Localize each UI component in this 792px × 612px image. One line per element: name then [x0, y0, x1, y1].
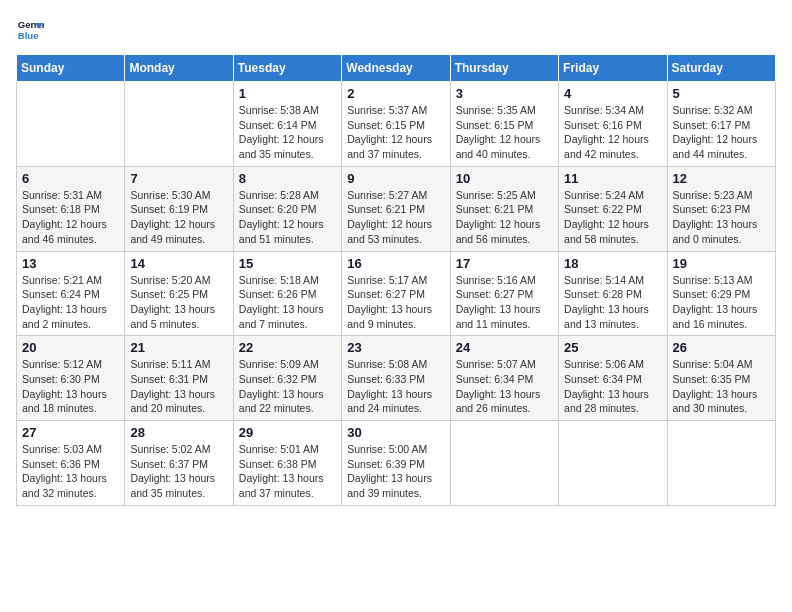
- day-info: Sunrise: 5:13 AM Sunset: 6:29 PM Dayligh…: [673, 273, 770, 332]
- calendar-cell: 11Sunrise: 5:24 AM Sunset: 6:22 PM Dayli…: [559, 166, 667, 251]
- day-number: 25: [564, 340, 661, 355]
- day-number: 8: [239, 171, 336, 186]
- calendar-cell: 20Sunrise: 5:12 AM Sunset: 6:30 PM Dayli…: [17, 336, 125, 421]
- day-number: 19: [673, 256, 770, 271]
- calendar-cell: 28Sunrise: 5:02 AM Sunset: 6:37 PM Dayli…: [125, 421, 233, 506]
- day-number: 10: [456, 171, 553, 186]
- calendar-week-1: 6Sunrise: 5:31 AM Sunset: 6:18 PM Daylig…: [17, 166, 776, 251]
- day-number: 26: [673, 340, 770, 355]
- calendar-cell: 6Sunrise: 5:31 AM Sunset: 6:18 PM Daylig…: [17, 166, 125, 251]
- calendar-cell: 26Sunrise: 5:04 AM Sunset: 6:35 PM Dayli…: [667, 336, 775, 421]
- day-info: Sunrise: 5:25 AM Sunset: 6:21 PM Dayligh…: [456, 188, 553, 247]
- day-number: 13: [22, 256, 119, 271]
- calendar-cell: [559, 421, 667, 506]
- day-number: 4: [564, 86, 661, 101]
- weekday-friday: Friday: [559, 55, 667, 82]
- calendar-cell: 18Sunrise: 5:14 AM Sunset: 6:28 PM Dayli…: [559, 251, 667, 336]
- calendar-cell: 23Sunrise: 5:08 AM Sunset: 6:33 PM Dayli…: [342, 336, 450, 421]
- day-info: Sunrise: 5:32 AM Sunset: 6:17 PM Dayligh…: [673, 103, 770, 162]
- calendar-cell: 22Sunrise: 5:09 AM Sunset: 6:32 PM Dayli…: [233, 336, 341, 421]
- day-number: 17: [456, 256, 553, 271]
- calendar-cell: 9Sunrise: 5:27 AM Sunset: 6:21 PM Daylig…: [342, 166, 450, 251]
- day-info: Sunrise: 5:09 AM Sunset: 6:32 PM Dayligh…: [239, 357, 336, 416]
- logo: General Blue: [16, 16, 48, 44]
- day-number: 14: [130, 256, 227, 271]
- calendar-body: 1Sunrise: 5:38 AM Sunset: 6:14 PM Daylig…: [17, 82, 776, 506]
- calendar-cell: 16Sunrise: 5:17 AM Sunset: 6:27 PM Dayli…: [342, 251, 450, 336]
- calendar-cell: [125, 82, 233, 167]
- day-info: Sunrise: 5:17 AM Sunset: 6:27 PM Dayligh…: [347, 273, 444, 332]
- calendar-cell: [667, 421, 775, 506]
- day-number: 27: [22, 425, 119, 440]
- day-info: Sunrise: 5:04 AM Sunset: 6:35 PM Dayligh…: [673, 357, 770, 416]
- day-info: Sunrise: 5:07 AM Sunset: 6:34 PM Dayligh…: [456, 357, 553, 416]
- day-info: Sunrise: 5:03 AM Sunset: 6:36 PM Dayligh…: [22, 442, 119, 501]
- day-number: 16: [347, 256, 444, 271]
- day-info: Sunrise: 5:02 AM Sunset: 6:37 PM Dayligh…: [130, 442, 227, 501]
- calendar-cell: 19Sunrise: 5:13 AM Sunset: 6:29 PM Dayli…: [667, 251, 775, 336]
- day-info: Sunrise: 5:30 AM Sunset: 6:19 PM Dayligh…: [130, 188, 227, 247]
- day-number: 18: [564, 256, 661, 271]
- day-number: 21: [130, 340, 227, 355]
- calendar-cell: 2Sunrise: 5:37 AM Sunset: 6:15 PM Daylig…: [342, 82, 450, 167]
- day-number: 20: [22, 340, 119, 355]
- day-info: Sunrise: 5:11 AM Sunset: 6:31 PM Dayligh…: [130, 357, 227, 416]
- day-info: Sunrise: 5:16 AM Sunset: 6:27 PM Dayligh…: [456, 273, 553, 332]
- calendar-week-4: 27Sunrise: 5:03 AM Sunset: 6:36 PM Dayli…: [17, 421, 776, 506]
- weekday-sunday: Sunday: [17, 55, 125, 82]
- calendar-cell: 14Sunrise: 5:20 AM Sunset: 6:25 PM Dayli…: [125, 251, 233, 336]
- day-info: Sunrise: 5:21 AM Sunset: 6:24 PM Dayligh…: [22, 273, 119, 332]
- day-number: 15: [239, 256, 336, 271]
- calendar-cell: 8Sunrise: 5:28 AM Sunset: 6:20 PM Daylig…: [233, 166, 341, 251]
- calendar-week-0: 1Sunrise: 5:38 AM Sunset: 6:14 PM Daylig…: [17, 82, 776, 167]
- day-number: 9: [347, 171, 444, 186]
- calendar-cell: 1Sunrise: 5:38 AM Sunset: 6:14 PM Daylig…: [233, 82, 341, 167]
- calendar-table: SundayMondayTuesdayWednesdayThursdayFrid…: [16, 54, 776, 506]
- weekday-monday: Monday: [125, 55, 233, 82]
- day-info: Sunrise: 5:20 AM Sunset: 6:25 PM Dayligh…: [130, 273, 227, 332]
- calendar-week-2: 13Sunrise: 5:21 AM Sunset: 6:24 PM Dayli…: [17, 251, 776, 336]
- day-info: Sunrise: 5:31 AM Sunset: 6:18 PM Dayligh…: [22, 188, 119, 247]
- day-info: Sunrise: 5:06 AM Sunset: 6:34 PM Dayligh…: [564, 357, 661, 416]
- day-info: Sunrise: 5:23 AM Sunset: 6:23 PM Dayligh…: [673, 188, 770, 247]
- calendar-cell: 29Sunrise: 5:01 AM Sunset: 6:38 PM Dayli…: [233, 421, 341, 506]
- day-info: Sunrise: 5:00 AM Sunset: 6:39 PM Dayligh…: [347, 442, 444, 501]
- calendar-cell: 5Sunrise: 5:32 AM Sunset: 6:17 PM Daylig…: [667, 82, 775, 167]
- day-info: Sunrise: 5:08 AM Sunset: 6:33 PM Dayligh…: [347, 357, 444, 416]
- calendar-cell: 30Sunrise: 5:00 AM Sunset: 6:39 PM Dayli…: [342, 421, 450, 506]
- page-header: General Blue: [16, 16, 776, 44]
- day-number: 5: [673, 86, 770, 101]
- day-number: 6: [22, 171, 119, 186]
- calendar-cell: [450, 421, 558, 506]
- calendar-cell: 10Sunrise: 5:25 AM Sunset: 6:21 PM Dayli…: [450, 166, 558, 251]
- day-info: Sunrise: 5:28 AM Sunset: 6:20 PM Dayligh…: [239, 188, 336, 247]
- calendar-cell: 27Sunrise: 5:03 AM Sunset: 6:36 PM Dayli…: [17, 421, 125, 506]
- calendar-cell: [17, 82, 125, 167]
- svg-text:Blue: Blue: [18, 30, 39, 41]
- day-info: Sunrise: 5:38 AM Sunset: 6:14 PM Dayligh…: [239, 103, 336, 162]
- day-number: 28: [130, 425, 227, 440]
- weekday-saturday: Saturday: [667, 55, 775, 82]
- day-number: 2: [347, 86, 444, 101]
- day-number: 24: [456, 340, 553, 355]
- day-number: 11: [564, 171, 661, 186]
- calendar-cell: 3Sunrise: 5:35 AM Sunset: 6:15 PM Daylig…: [450, 82, 558, 167]
- day-info: Sunrise: 5:01 AM Sunset: 6:38 PM Dayligh…: [239, 442, 336, 501]
- calendar-cell: 24Sunrise: 5:07 AM Sunset: 6:34 PM Dayli…: [450, 336, 558, 421]
- weekday-tuesday: Tuesday: [233, 55, 341, 82]
- calendar-cell: 25Sunrise: 5:06 AM Sunset: 6:34 PM Dayli…: [559, 336, 667, 421]
- weekday-wednesday: Wednesday: [342, 55, 450, 82]
- calendar-cell: 13Sunrise: 5:21 AM Sunset: 6:24 PM Dayli…: [17, 251, 125, 336]
- day-info: Sunrise: 5:34 AM Sunset: 6:16 PM Dayligh…: [564, 103, 661, 162]
- calendar-cell: 15Sunrise: 5:18 AM Sunset: 6:26 PM Dayli…: [233, 251, 341, 336]
- logo-icon: General Blue: [16, 16, 44, 44]
- day-number: 7: [130, 171, 227, 186]
- day-number: 22: [239, 340, 336, 355]
- day-info: Sunrise: 5:27 AM Sunset: 6:21 PM Dayligh…: [347, 188, 444, 247]
- day-info: Sunrise: 5:18 AM Sunset: 6:26 PM Dayligh…: [239, 273, 336, 332]
- day-number: 29: [239, 425, 336, 440]
- calendar-week-3: 20Sunrise: 5:12 AM Sunset: 6:30 PM Dayli…: [17, 336, 776, 421]
- calendar-cell: 21Sunrise: 5:11 AM Sunset: 6:31 PM Dayli…: [125, 336, 233, 421]
- calendar-cell: 7Sunrise: 5:30 AM Sunset: 6:19 PM Daylig…: [125, 166, 233, 251]
- day-info: Sunrise: 5:35 AM Sunset: 6:15 PM Dayligh…: [456, 103, 553, 162]
